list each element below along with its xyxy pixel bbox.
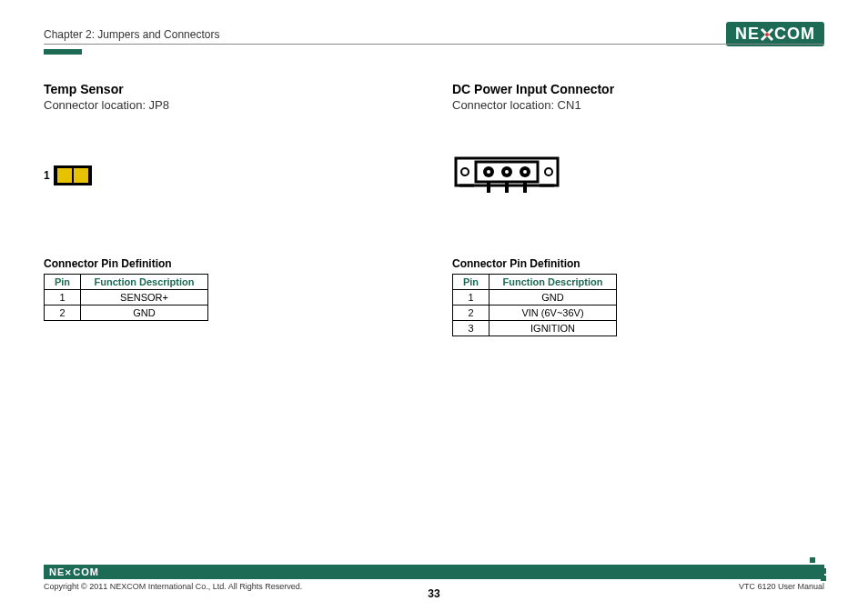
brand-logo: NE COM [726, 22, 824, 46]
temp-sensor-title: Temp Sensor [44, 82, 416, 96]
footer-bar: NE✕COM [44, 565, 824, 579]
cell-func: GND [490, 290, 617, 306]
cell-pin: 1 [45, 290, 81, 306]
table-row: 2 GND [45, 306, 208, 321]
dc-power-title: DC Power Input Connector [452, 82, 824, 96]
table-row: 1 SENSOR+ [45, 290, 208, 306]
th-func: Function Description [81, 275, 208, 290]
jp8-connector-icon [54, 165, 92, 185]
footer-decor-icon [808, 565, 826, 579]
svg-point-0 [765, 33, 769, 36]
right-pin-table: Pin Function Description 1 GND 2 VIN (6V… [452, 274, 617, 336]
cn1-connector-icon [452, 153, 561, 198]
header-divider [44, 44, 824, 45]
cell-func: GND [81, 306, 208, 321]
chapter-title: Chapter 2: Jumpers and Connectors [44, 28, 219, 41]
accent-bar [44, 49, 82, 55]
left-pin-table: Pin Function Description 1 SENSOR+ 2 GND [44, 274, 208, 321]
table-row: 1 GND [453, 290, 617, 306]
cell-func: VIN (6V~36V) [490, 306, 617, 321]
table-row: 2 VIN (6V~36V) [453, 306, 617, 321]
cn1-diagram [452, 139, 824, 212]
svg-point-10 [523, 170, 527, 174]
cell-pin: 1 [453, 290, 490, 306]
temp-sensor-location: Connector location: JP8 [44, 98, 416, 112]
th-func: Function Description [490, 275, 617, 290]
jp8-diagram: 1 [44, 139, 416, 212]
logo-text-left: NE [735, 25, 760, 44]
logo-text-right: COM [774, 25, 815, 44]
table-row: 3 IGNITION [453, 321, 617, 336]
right-table-title: Connector Pin Definition [452, 257, 824, 270]
th-pin: Pin [453, 275, 490, 290]
cell-func: IGNITION [490, 321, 617, 336]
svg-point-3 [545, 168, 552, 175]
footer-logo: NE✕COM [49, 566, 99, 577]
page-number: 33 [0, 587, 868, 600]
svg-point-2 [461, 168, 469, 175]
left-table-title: Connector Pin Definition [44, 257, 416, 270]
svg-point-8 [487, 170, 490, 174]
dc-power-location: Connector location: CN1 [452, 98, 824, 112]
cell-pin: 2 [453, 306, 490, 321]
svg-point-9 [505, 170, 509, 174]
jp8-pin1-label: 1 [44, 169, 50, 182]
logo-x-icon [760, 25, 774, 44]
th-pin: Pin [45, 275, 81, 290]
cell-func: SENSOR+ [81, 290, 208, 306]
cell-pin: 3 [453, 321, 490, 336]
cell-pin: 2 [45, 306, 81, 321]
